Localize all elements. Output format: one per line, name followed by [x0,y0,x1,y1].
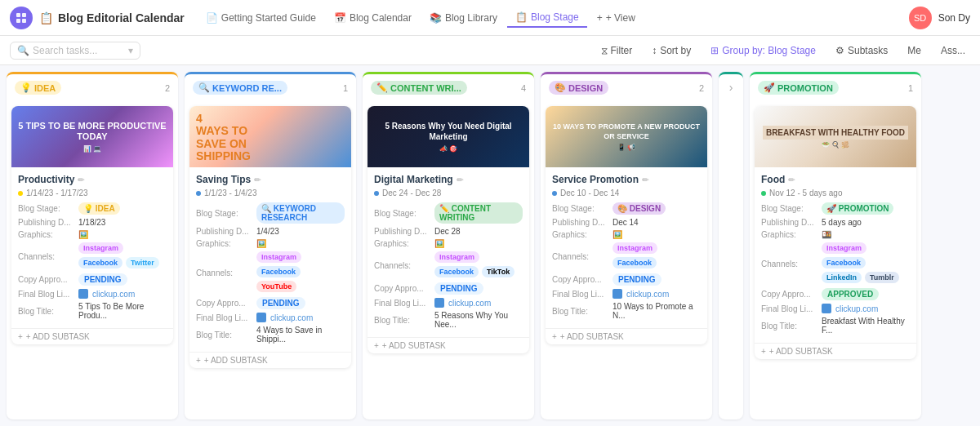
plus-icon-digital: + [374,341,379,350]
page-title: 📋 Blog Editorial Calendar [39,11,185,24]
publishing-row-digital: Publishing D... Dec 28 [374,227,523,236]
graphics-row-service: Graphics: 🖼️ [552,230,701,239]
edit-icon[interactable]: ✏ [78,175,84,184]
add-subtask-saving[interactable]: + + ADD SUBTASK [189,352,351,368]
keyword-badge: 🔍 KEYWORD RE... [193,81,287,95]
channel-instagram-digital: Instagram [434,251,479,263]
channel-tumblr-food: Tumblr [865,272,899,283]
graphics-value-saving: 🖼️ [256,239,266,248]
column-idea: 💡 IDEA 2 5 TIPS TO BE MORE PRODUCTIVE TO… [7,72,178,419]
content-badge: ✏️ CONTENT WRI... [371,81,467,95]
column-header-idea: 💡 IDEA 2 [7,72,178,101]
column-header-design: 🎨 DESIGN 2 [541,72,712,101]
card-image-service: 10 WAYS TO PROMOTE A NEW PRODUCT OR SERV… [546,106,707,167]
copy-status-digital: PENDING [434,282,483,295]
plus-icon-food: + [761,347,766,356]
edit-icon-saving[interactable]: ✏ [254,175,261,184]
blog-stage-row-digital: Blog Stage: ✏️ CONTENT WRITING [374,202,523,224]
channels-row-food: Channels: Instagram Facebook LinkedIn Tu… [761,242,910,285]
stage-icon: 📋 [515,11,528,23]
column-content: ✏️ CONTENT WRI... 4 5 Reasons Why You Ne… [363,72,534,419]
column-header-keyword: 🔍 KEYWORD RE... 1 [185,72,356,101]
subtasks-button[interactable]: ⚙ Subtasks [831,42,893,59]
content-icon: ✏️ [376,82,388,93]
channel-facebook-food: Facebook [822,257,866,268]
promotion-column-body: BREAKFAST WITH HEALTHY FOOD 🥗 🍳 🫚 Food ✏… [750,101,921,419]
blog-title-row-service: Blog Title: 10 Ways to Promote a N... [552,302,701,320]
blog-title-row: Blog Title: 5 Tips To Be More Produ... [18,302,167,320]
card-content-saving: Saving Tips ✏ 1/1/23 - 1/4/23 Blog Stage… [189,167,351,350]
copy-status-service: PENDING [612,273,662,286]
column-design: 🎨 DESIGN 2 10 WAYS TO PROMOTE A NEW PROD… [541,72,712,419]
channel-facebook-service: Facebook [612,257,657,268]
svg-rect-2 [16,19,20,23]
assignee-button[interactable]: Ass... [936,42,970,59]
graphics-value: 🖼️ [78,230,88,239]
channels-wrap: Instagram Facebook Twitter [78,242,167,270]
favicon-icon [78,289,88,299]
date-dot-saving [196,191,201,196]
copy-approval-row: Copy Appro... PENDING [18,273,167,286]
card-image-digital: 5 Reasons Why You Need Digital Marketing… [368,106,529,167]
final-blog-link-food[interactable]: clickup.com [822,304,878,313]
me-button[interactable]: Me [902,42,926,59]
graphics-row: Graphics: 🖼️ [18,230,167,239]
final-blog-link-digital[interactable]: clickup.com [434,298,491,308]
channels-row-saving: Channels: Instagram Facebook YouTube [196,251,345,294]
tab-blog-calendar[interactable]: 📅 Blog Calendar [326,9,420,27]
blog-stage-row: Blog Stage: 💡 IDEA [18,202,167,215]
channel-twitter: Twitter [126,257,159,268]
stage-badge-keyword: 🔍 KEYWORD RESEARCH [256,202,345,224]
graphics-row-digital: Graphics: 🖼️ [374,239,523,248]
nav-tabs: 📄 Getting Started Guide 📅 Blog Calendar … [198,8,644,28]
card-content-service: Service Promotion ✏ Dec 10 - Dec 14 Blog… [546,167,707,326]
card-productivity: 5 TIPS TO BE MORE PRODUCTIVE TODAY 📊 💻 P… [11,106,173,344]
tab-blog-library[interactable]: 📚 Blog Library [421,9,506,27]
add-subtask-service[interactable]: + + ADD SUBTASK [546,328,707,344]
copy-status-saving: PENDING [256,297,305,309]
add-subtask-digital[interactable]: + + ADD SUBTASK [368,337,529,353]
card-title-saving: Saving Tips ✏ [196,174,345,185]
add-view-button[interactable]: + + View [589,9,644,27]
edit-icon-digital[interactable]: ✏ [457,175,463,184]
blog-stage-row-saving: Blog Stage: 🔍 KEYWORD RESEARCH [196,202,345,224]
copy-row-digital: Copy Appro... PENDING [374,282,523,295]
sort-button[interactable]: ↕ Sort by [647,42,696,59]
filter-icon: ⧖ [601,45,608,56]
card-food: BREAKFAST WITH HEALTHY FOOD 🥗 🍳 🫚 Food ✏… [755,106,916,359]
edit-icon-food[interactable]: ✏ [788,175,795,184]
promotion-icon: 🚀 [764,82,775,93]
add-subtask-food[interactable]: + + ADD SUBTASK [755,343,916,359]
group-button[interactable]: ⊞ Group by: Blog Stage [706,42,821,59]
filter-button[interactable]: ⧖ Filter [596,42,638,59]
graphics-value-digital: 🖼️ [434,239,444,248]
card-title-service: Service Promotion ✏ [552,174,701,185]
add-subtask-productivity[interactable]: + + ADD SUBTASK [11,328,173,344]
tab-getting-started[interactable]: 📄 Getting Started Guide [198,9,324,27]
channel-tiktok-digital: TikTok [482,266,514,277]
final-blog-link-service[interactable]: clickup.com [612,289,669,299]
final-row-service: Final Blog Li... clickup.com [552,289,701,299]
arrow-right-icon[interactable]: › [729,81,733,94]
group-icon: ⊞ [710,45,719,56]
stage-badge-idea: 💡 IDEA [78,202,120,215]
search-box[interactable]: 🔍 Search tasks... ▾ [10,42,140,60]
header-left: 📋 Blog Editorial Calendar 📄 Getting Star… [10,7,906,29]
final-blog-link-saving[interactable]: clickup.com [256,313,313,322]
final-blog-link[interactable]: clickup.com [78,289,135,299]
graphics-value-service: 🖼️ [612,230,622,239]
publishing-row-food: Publishing D... 5 days ago [761,218,910,227]
search-dropdown-icon[interactable]: ▾ [128,45,133,56]
edit-icon-service[interactable]: ✏ [642,175,648,184]
final-blog-row: Final Blog Li... clickup.com [18,289,167,299]
tab-blog-stage[interactable]: 📋 Blog Stage [507,8,587,28]
card-image-productivity: 5 TIPS TO BE MORE PRODUCTIVE TODAY 📊 💻 [11,106,173,167]
card-date-service: Dec 10 - Dec 14 [552,189,701,197]
card-service-promotion: 10 WAYS TO PROMOTE A NEW PRODUCT OR SERV… [546,106,707,344]
copy-row-food: Copy Appro... APPROVED [761,288,910,300]
svg-rect-0 [16,13,20,17]
design-column-body: 10 WAYS TO PROMOTE A NEW PRODUCT OR SERV… [541,101,712,419]
promotion-badge: 🚀 PROMOTION [758,81,839,95]
column-header-promotion: 🚀 PROMOTION 1 [750,72,921,101]
blog-title-row-saving: Blog Title: 4 Ways to Save in Shippi... [196,326,345,344]
